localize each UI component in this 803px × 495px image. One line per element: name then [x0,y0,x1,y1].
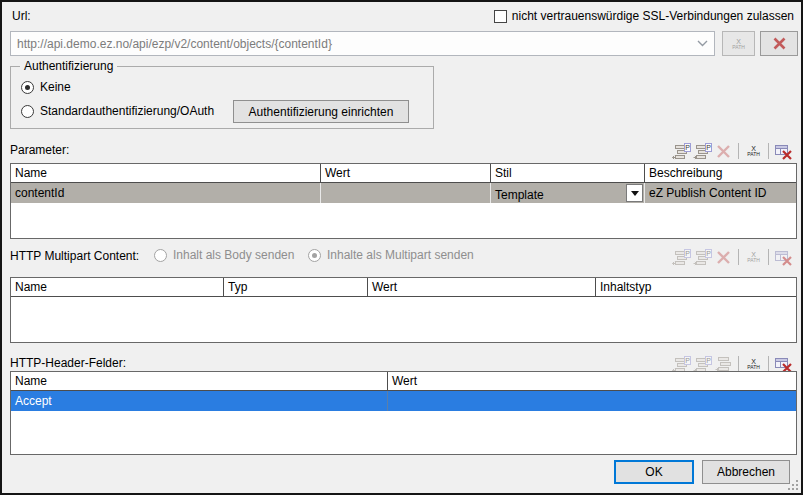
cancel-button[interactable]: Abbrechen [702,460,790,484]
setup-authentication-button[interactable]: Authentifizierung einrichten [233,100,409,123]
authentication-group-title: Authentifizierung [20,59,117,73]
url-xpath-button[interactable]: XPATH [722,31,755,56]
column-header: Typ [224,278,368,297]
parameter-name-cell[interactable]: contentId [11,183,321,203]
auth-radio-none[interactable]: Keine [21,80,71,94]
column-header: Wert [321,164,491,183]
authentication-group: Authentifizierung Keine Standardauthenti… [10,66,434,129]
parameter-row[interactable]: contentId Template eZ Publish Content ID [11,183,796,203]
append-row-icon: P [693,143,712,160]
delete-all-parameters-button[interactable] [773,142,794,160]
toolbar-separator [738,143,739,159]
toolbar-separator [768,143,769,159]
ok-button[interactable]: OK [614,460,694,484]
stil-combobox[interactable]: Template [491,183,645,203]
column-header: Wert [388,372,796,391]
svg-text:P: P [706,144,711,151]
column-header: Beschreibung [645,164,796,183]
multipart-radio-multipart[interactable]: Inhalte als Multipart senden [308,248,474,262]
svg-text:P: P [706,357,711,364]
delete-parameter-button[interactable] [713,142,734,160]
xpath-icon: XPATH [747,358,760,370]
svg-text:P: P [685,250,690,257]
column-header: Name [11,164,321,183]
url-combobox[interactable]: http://api.demo.ez.no/api/ezp/v2/content… [10,31,715,56]
svg-text:P: P [685,144,690,151]
insert-row-icon: P [672,249,691,266]
multipart-table-header: Name Typ Wert Inhaltstyp [11,278,796,297]
append-row-icon: P [693,356,712,373]
header-fields-section-label: HTTP-Header-Felder: [10,356,126,370]
stil-value: Template [495,188,544,202]
column-header: Name [11,372,388,391]
parameter-wert-cell[interactable] [321,183,491,203]
header-field-name-cell[interactable]: Accept [11,391,388,411]
parameter-table: Name Wert Stil Beschreibung contentId Te… [10,163,797,239]
parameter-section-label: Parameter: [10,143,69,157]
delete-multipart-button[interactable] [713,248,734,266]
web-service-settings-dialog: Url: nicht vertrauenswürdige SSL-Verbind… [0,0,803,495]
auth-radio-none-label: Keine [40,80,71,94]
multipart-section-label: HTTP Multipart Content: [10,249,139,263]
xpath-icon: XPATH [732,38,745,50]
toolbar-separator [738,249,739,265]
resize-grip[interactable] [786,478,799,491]
multipart-radio-body-label: Inhalt als Body senden [173,248,294,262]
multipart-table: Name Typ Wert Inhaltstyp [10,277,797,343]
header-field-wert-cell[interactable] [388,391,796,411]
toolbar-separator [768,249,769,265]
red-x-icon [715,250,732,265]
insert-multipart-button[interactable]: P [671,248,692,266]
toolbar-separator [768,356,769,372]
delete-all-icon [774,356,793,373]
url-delete-button[interactable] [760,31,798,56]
column-header: Stil [491,164,645,183]
multipart-radio-multipart-label: Inhalte als Multipart senden [327,248,474,262]
chevron-down-icon[interactable] [697,40,708,47]
xpath-icon: XPATH [747,251,760,263]
header-fields-table: Name Wert Accept [10,371,797,455]
column-header: Name [11,278,224,297]
radio-icon[interactable] [154,249,167,262]
insert-parameter-button[interactable]: P [671,142,692,160]
parameter-xpath-button[interactable]: XPATH [743,142,764,160]
stil-dropdown-button[interactable] [626,184,643,202]
parameter-beschreibung-cell[interactable]: eZ Publish Content ID [645,183,796,203]
multipart-radio-body[interactable]: Inhalt als Body senden [154,248,294,262]
toolbar-separator [738,356,739,372]
red-x-icon [772,36,787,51]
append-parameter-button[interactable]: P [692,142,713,160]
radio-icon[interactable] [21,81,34,94]
xpath-icon: XPATH [747,145,760,157]
ssl-checkbox-field[interactable]: nicht vertrauenswürdige SSL-Verbindungen… [494,9,794,23]
append-multipart-button[interactable]: P [692,248,713,266]
svg-text:P: P [706,250,711,257]
radio-icon[interactable] [21,105,34,118]
delete-all-multipart-button[interactable] [773,248,794,266]
ssl-checkbox-label: nicht vertrauenswürdige SSL-Verbindungen… [512,9,794,23]
url-value: http://api.demo.ez.no/api/ezp/v2/content… [17,37,332,51]
auth-radio-standard-label: Standardauthentifizierung/OAuth [40,104,214,118]
header-fields-table-header: Name Wert [11,372,796,391]
delete-all-icon [774,249,793,266]
header-field-row[interactable]: Accept [11,391,796,411]
red-x-icon [715,144,732,159]
url-label: Url: [12,9,31,23]
column-header: Inhaltstyp [596,278,796,297]
parameter-table-header: Name Wert Stil Beschreibung [11,164,796,183]
radio-icon[interactable] [308,249,321,262]
multipart-toolbar: P P XPATH [671,247,794,267]
insert-row-icon: P [672,143,691,160]
insert-row-icon: P [672,356,691,373]
column-header: Wert [368,278,596,297]
multipart-xpath-button[interactable]: XPATH [743,248,764,266]
delete-all-icon [774,143,793,160]
chevron-down-icon [631,191,639,196]
auth-radio-standard[interactable]: Standardauthentifizierung/OAuth [21,104,214,118]
append-row-icon: P [693,249,712,266]
ssl-checkbox[interactable] [494,10,507,23]
svg-text:P: P [685,357,690,364]
parameter-toolbar: P P XPATH [671,141,794,161]
rows-icon [714,356,733,373]
